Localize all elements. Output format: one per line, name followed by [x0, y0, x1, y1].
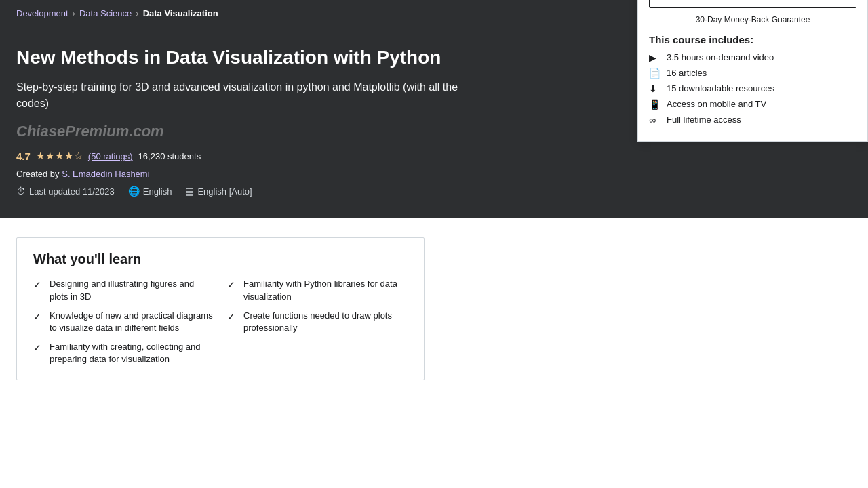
course-subtitle: Step-by-step training for 3D and advance…	[16, 79, 477, 112]
learn-item: ✓ Knowledge of new and practical diagram…	[33, 310, 214, 334]
learn-item-text-5: Create functions needed to draw plots pr…	[243, 310, 408, 334]
learn-item: ✓ Familiarity with Python libraries for …	[227, 278, 408, 302]
list-item: 📱 Access on mobile and TV	[649, 99, 856, 110]
star-2: ★	[45, 150, 54, 162]
check-icon-3: ✓	[33, 342, 44, 355]
star-4: ★	[64, 150, 73, 162]
star-rating: ★ ★ ★ ★ ☆	[36, 150, 83, 162]
breadcrumb-sep-1: ›	[73, 8, 75, 18]
learn-item: ✓ Create functions needed to draw plots …	[227, 310, 408, 334]
learn-item-text-1: Designing and illustrating figures and p…	[50, 278, 214, 302]
includes-title: This course includes:	[649, 34, 856, 45]
hero-section: New Methods in Data Visualization with P…	[0, 26, 604, 218]
includes-downloads: 15 downloadable resources	[667, 83, 774, 94]
check-icon-4: ✓	[227, 279, 238, 292]
list-item: ∞ Full lifetime access	[649, 115, 856, 125]
learn-item: ✓ Familiarity with creating, collecting …	[33, 341, 214, 365]
main-content: What you'll learn ✓ Designing and illust…	[0, 218, 441, 399]
star-1: ★	[36, 150, 45, 162]
includes-mobile: Access on mobile and TV	[667, 99, 766, 109]
created-by-label: Created by	[16, 169, 60, 179]
list-item: 📄 16 articles	[649, 68, 856, 79]
check-icon-1: ✓	[33, 279, 44, 292]
video-icon: ▶	[649, 52, 661, 63]
enroll-now-button[interactable]: Enroll now	[649, 0, 856, 8]
learn-title: What you'll learn	[33, 251, 408, 267]
page-layout: What you'll learn ✓ Designing and illust…	[0, 218, 868, 399]
rating-row: 4.7 ★ ★ ★ ★ ☆ (50 ratings) 16,230 studen…	[16, 150, 587, 162]
includes-lifetime: Full lifetime access	[667, 115, 741, 125]
breadcrumb-development[interactable]: Development	[16, 8, 68, 18]
guarantee-text: 30-Day Money-Back Guarantee	[649, 15, 856, 24]
ratings-link[interactable]: (50 ratings)	[88, 151, 133, 161]
left-panel: What you'll learn ✓ Designing and illust…	[0, 218, 624, 399]
learn-item: ✓ Designing and illustrating figures and…	[33, 278, 214, 302]
check-icon-2: ✓	[33, 310, 44, 324]
articles-icon: 📄	[649, 68, 661, 79]
meta-row: ⏱ Last updated 11/2023 🌐 English ▤ Engli…	[16, 186, 587, 197]
includes-list: ▶ 3.5 hours on-demand video 📄 16 article…	[649, 52, 856, 125]
clock-icon: ⏱	[16, 186, 26, 197]
learn-item-text-3: Familiarity with creating, collecting an…	[50, 341, 214, 365]
list-item: ⬇ 15 downloadable resources	[649, 83, 856, 94]
globe-icon: 🌐	[128, 186, 140, 197]
check-icon-5: ✓	[227, 310, 238, 324]
instructor-link[interactable]: S. Emadedin Hashemi	[62, 169, 149, 179]
language-meta: 🌐 English	[128, 186, 172, 197]
star-half: ☆	[74, 150, 83, 162]
course-card: Py matplotlib Preview this cours	[637, 0, 868, 142]
includes-articles: 16 articles	[667, 68, 707, 78]
rating-number: 4.7	[16, 150, 31, 162]
language-text: English	[143, 186, 172, 197]
captions-meta: ▤ English [Auto]	[185, 186, 252, 197]
course-title: New Methods in Data Visualization with P…	[16, 45, 477, 70]
learn-grid: ✓ Designing and illustrating figures and…	[33, 278, 408, 365]
last-updated-meta: ⏱ Last updated 11/2023	[16, 186, 115, 197]
watermark: ChiasePremium.com	[16, 123, 587, 140]
learn-box: What you'll learn ✓ Designing and illust…	[16, 237, 425, 380]
list-item: ▶ 3.5 hours on-demand video	[649, 52, 856, 63]
breadcrumb-current: Data Visualization	[143, 8, 218, 18]
instructor-row: Created by S. Emadedin Hashemi	[16, 169, 587, 179]
last-updated-text: Last updated 11/2023	[29, 186, 115, 197]
infinity-icon: ∞	[649, 115, 661, 125]
star-3: ★	[55, 150, 64, 162]
student-count: 16,230 students	[138, 151, 201, 161]
cc-icon: ▤	[185, 186, 194, 197]
card-body: Free ₫1,699,000 100% off ⏰ 3 days left a…	[638, 0, 867, 141]
learn-item-text-2: Knowledge of new and practical diagrams …	[50, 310, 214, 334]
download-icon: ⬇	[649, 83, 661, 94]
mobile-icon: 📱	[649, 99, 661, 110]
includes-video: 3.5 hours on-demand video	[667, 52, 774, 62]
breadcrumb-sep-2: ›	[136, 8, 138, 18]
breadcrumb-data-science[interactable]: Data Science	[79, 8, 132, 18]
learn-item-text-4: Familiarity with Python libraries for da…	[243, 278, 408, 302]
captions-text: English [Auto]	[197, 186, 252, 197]
